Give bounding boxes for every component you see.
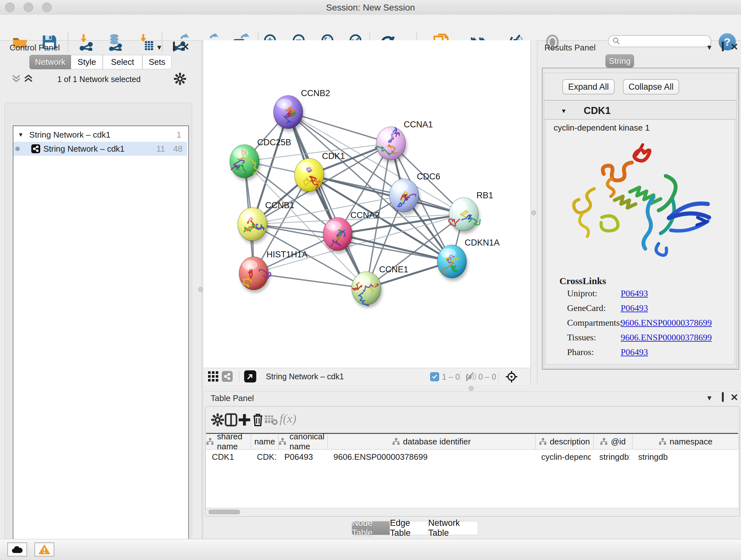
tree-expand-icon[interactable]: ▼	[18, 132, 23, 138]
panel-float-icon[interactable]	[718, 392, 728, 402]
node-RB1[interactable]: RB1	[449, 191, 493, 234]
table-settings-gear-icon[interactable]	[211, 414, 224, 426]
network-options-gear-icon[interactable]	[174, 73, 186, 85]
hidden-eye-icon[interactable]	[465, 372, 476, 381]
main-toolbar: ?	[0, 15, 741, 41]
column-label: @id	[611, 437, 626, 447]
node-HIST1H1A[interactable]: HIST1H1A	[239, 250, 308, 293]
panel-float-icon[interactable]	[169, 42, 179, 51]
tab-select[interactable]: Select	[103, 55, 142, 69]
crosslink-link[interactable]: P06493	[621, 288, 648, 299]
network-view-toolbar: String Network – cdk1 1 – 0 0 – 0	[203, 368, 530, 386]
collapse-all-button[interactable]: Collapse All	[623, 79, 679, 95]
toolbar-separator	[498, 371, 499, 383]
control-panel: Control Panel ▼ ✕ NetworkStyleSelectSets…	[0, 40, 202, 539]
table-cell[interactable]: stringdb	[638, 452, 737, 462]
horizontal-splitter-grip[interactable]	[469, 386, 474, 391]
network-style-icon[interactable]	[222, 371, 232, 382]
edge-count: 48	[173, 144, 183, 154]
node-label-CCNA1: CCNA1	[404, 120, 433, 129]
node-label-CCNA2: CCNA2	[350, 210, 380, 220]
column-header-name[interactable]: name	[251, 434, 279, 449]
network-row[interactable]: String Network – cdk1 11 48	[13, 142, 187, 156]
tab-edge-table[interactable]: Edge Table	[390, 521, 428, 535]
node-label-CDC25B: CDC25B	[257, 138, 291, 147]
tab-network[interactable]: Network	[29, 55, 71, 69]
network-collection-row[interactable]: ▼ String Network – cdk1 1	[13, 128, 187, 142]
node-CCNE1[interactable]: CCNE1	[352, 265, 408, 308]
crosslink-link[interactable]: P06493	[621, 347, 648, 357]
column-label: canonical name	[289, 432, 327, 451]
cloud-icon	[11, 545, 23, 554]
panel-menu-icon[interactable]: ▼	[154, 43, 165, 52]
panel-menu-icon[interactable]: ▼	[704, 43, 715, 52]
selected-checkbox-icon[interactable]	[430, 372, 439, 381]
column-pane-icon[interactable]	[224, 413, 238, 427]
expand-all-icon[interactable]	[23, 74, 33, 83]
node-CDC6[interactable]: CDC6	[389, 172, 441, 215]
panel-close-icon[interactable]: ✕	[729, 43, 740, 52]
crosslink-link[interactable]: P06493	[621, 303, 648, 313]
cloud-button[interactable]	[7, 543, 27, 557]
node-label-CDC6: CDC6	[417, 172, 441, 181]
table-cell[interactable]: CDK1	[212, 452, 249, 462]
table-panel-title: Table Panel	[211, 393, 254, 403]
delete-table-icon[interactable]	[264, 414, 278, 426]
crosslink-label: Compartments:	[567, 318, 622, 328]
crosslink-link[interactable]: 9606.ENSP00000378699	[621, 332, 712, 343]
table-cell[interactable]: cyclin-dependent ...	[541, 452, 591, 462]
network-canvas[interactable]: CCNB2CCNA1CDC25BCDK1CDC6RB1CCNB1CCNA2CDK…	[203, 40, 530, 368]
panel-menu-icon[interactable]: ▼	[704, 393, 715, 403]
hierarchy-icon	[392, 438, 400, 445]
node-label-CDKN1A: CDKN1A	[465, 238, 500, 247]
grid-view-icon[interactable]	[208, 371, 219, 382]
collapse-all-icon[interactable]	[11, 74, 21, 83]
panel-float-icon[interactable]	[718, 42, 728, 51]
column-header-database-identifier[interactable]: database identifier	[328, 434, 536, 449]
tab-network-table[interactable]: Network Table	[428, 521, 478, 535]
column-label: description	[550, 437, 590, 447]
node-CDK1[interactable]: CDK1	[294, 151, 345, 194]
table-cell[interactable]: P06493	[284, 452, 325, 462]
table-hscrollbar-thumb[interactable]	[208, 509, 240, 514]
gene-name: CDK1	[584, 105, 610, 117]
fit-selected-crosshair-icon[interactable]	[505, 370, 518, 383]
column-header-canonical-name[interactable]: canonical name	[279, 434, 328, 449]
network-label: String Network – cdk1	[44, 144, 125, 154]
tab-style[interactable]: Style	[71, 55, 103, 69]
crosslink-link[interactable]: 9606.ENSP00000378699	[621, 318, 712, 328]
tab-node-table[interactable]: Node Table	[352, 521, 390, 535]
crosslinks-title: CrossLinks	[559, 275, 606, 287]
add-column-icon[interactable]	[238, 413, 252, 427]
column-header-description[interactable]: description	[536, 434, 594, 449]
warning-icon	[39, 544, 50, 555]
table-header-row: shared namenamecanonical namedatabase id…	[206, 433, 738, 449]
node-CCNB1[interactable]: CCNB1	[238, 200, 294, 244]
right-splitter[interactable]	[530, 40, 537, 391]
expand-all-button[interactable]: Expand All	[562, 79, 615, 95]
cdk1-details: cyclin-dependent kinase 1	[546, 119, 735, 365]
panel-close-icon[interactable]: ✕	[180, 43, 191, 52]
column-header-shared-name[interactable]: shared name	[206, 434, 251, 449]
table-cell[interactable]: CDK1	[257, 452, 276, 462]
birdseye-view-icon[interactable]	[244, 370, 256, 382]
right-splitter-grip[interactable]	[531, 210, 536, 215]
table-cell[interactable]: stringdb:9...	[599, 452, 630, 462]
collection-count: 1	[177, 130, 181, 140]
control-panel-title: Control Panel	[10, 43, 60, 53]
column-label: name	[254, 437, 275, 447]
node-CDKN1A[interactable]: CDKN1A	[437, 238, 500, 281]
table-hscrollbar[interactable]	[206, 508, 738, 516]
section-collapse-icon[interactable]: ▼	[561, 108, 567, 115]
function-builder-icon[interactable]: f(x)	[280, 412, 296, 426]
delete-column-trash-icon[interactable]	[252, 413, 264, 427]
edge-CDK1-RB1	[309, 175, 464, 214]
table-cell[interactable]: 9606.ENSP00000378699	[333, 452, 533, 462]
column-header--id[interactable]: @id	[594, 434, 632, 449]
tab-sets[interactable]: Sets	[142, 55, 172, 69]
column-header-namespace[interactable]: namespace	[632, 434, 739, 449]
left-splitter-grip[interactable]	[198, 287, 203, 292]
tab-string[interactable]: String	[605, 54, 634, 68]
panel-close-icon[interactable]: ✕	[729, 393, 740, 403]
warning-button[interactable]	[35, 543, 54, 557]
